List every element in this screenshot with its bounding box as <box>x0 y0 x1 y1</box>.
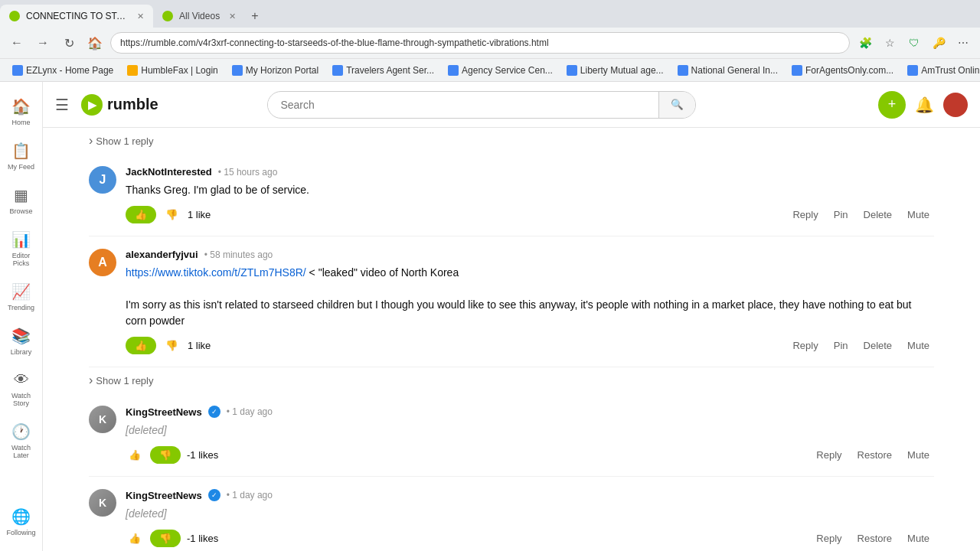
sidebar-item-myfeed[interactable]: 📋 My Feed <box>0 135 42 177</box>
dislike-button-king-2[interactable]: 👎 <box>150 530 181 547</box>
mute-button-king-1[interactable]: Mute <box>903 446 934 464</box>
verified-badge-1 <box>208 406 220 418</box>
mute-button-king-2[interactable]: Mute <box>903 530 934 547</box>
search-button[interactable]: 🔍 <box>658 91 695 119</box>
comment-header-alexander: alexanderfyjvui • 58 minutes ago <box>126 249 934 260</box>
dislike-button-alexander[interactable]: 👎 <box>162 337 181 354</box>
pin-button-alexander[interactable]: Pin <box>829 337 853 354</box>
bookmark-liberty[interactable]: Liberty Mutual age... <box>560 64 670 77</box>
new-tab-button[interactable]: + <box>245 9 264 23</box>
show-reply-2[interactable]: Show 1 reply <box>89 367 153 393</box>
like-button-jack[interactable]: 👍 <box>126 206 156 223</box>
restore-button-king-1[interactable]: Restore <box>853 446 897 464</box>
comment-kingstreetnews-1: K KingStreetNews • 1 day ago [deleted] 👍… <box>89 393 934 477</box>
bookmark-icon-agency <box>448 65 459 76</box>
logo-icon: ▶ <box>81 94 103 116</box>
header: ☰ ▶ rumble 🔍 + 🔔 <box>43 82 980 128</box>
search-input[interactable] <box>268 99 658 111</box>
sidebar-item-browse[interactable]: ▦ Browse <box>0 180 42 221</box>
back-button[interactable]: ← <box>6 32 28 54</box>
browser-menu-button[interactable]: ⋯ <box>952 32 974 54</box>
bookmark-ezlynx[interactable]: EZLynx - Home Page <box>6 64 119 77</box>
search-bar[interactable]: 🔍 <box>267 91 696 119</box>
thumbs-down-icon: 👎 <box>165 209 178 220</box>
comment-author-king-2: KingStreetNews <box>126 490 202 501</box>
main-content: ☰ ▶ rumble 🔍 + 🔔 Show 1 reply <box>43 82 980 551</box>
thumbs-down-icon-4: 👎 <box>159 533 172 544</box>
upload-button[interactable]: + <box>878 91 906 119</box>
user-avatar[interactable] <box>943 93 968 117</box>
comment-actions-king-2: 👍 👎 -1 likes Reply Restore Mute <box>126 530 934 547</box>
comment-body-king-1: KingStreetNews • 1 day ago [deleted] 👍 👎… <box>126 406 934 464</box>
comment-time-king-2: • 1 day ago <box>227 490 273 500</box>
password-button[interactable]: 🔑 <box>928 32 949 54</box>
extensions-button[interactable]: 🧩 <box>854 32 876 54</box>
address-bar[interactable]: https://rumble.com/v4r3xrf-connecting-to… <box>110 32 850 54</box>
logo[interactable]: ▶ rumble <box>81 94 158 116</box>
bookmark-national[interactable]: National General In... <box>671 64 784 77</box>
star-button[interactable]: ☆ <box>879 32 900 54</box>
comment-header-king-2: KingStreetNews • 1 day ago <box>126 489 934 501</box>
sidebar-item-watchstory[interactable]: 👁 Watch Story <box>0 365 42 413</box>
verified-badge-2 <box>208 489 220 501</box>
reply-button-jack[interactable]: Reply <box>788 206 822 223</box>
sidebar-item-home[interactable]: 🏠 Home <box>0 91 42 132</box>
like-button-king-1[interactable]: 👍 <box>126 446 144 464</box>
bookmark-travelers[interactable]: Travelers Agent Ser... <box>326 64 440 77</box>
bookmark-label-amtrust: AmTrust Online Log... <box>921 65 980 76</box>
sidebar-item-library[interactable]: 📚 Library <box>0 321 42 362</box>
sidebar-item-following[interactable]: 🌐 Following <box>0 501 42 543</box>
bookmark-icon-horizon <box>232 65 243 76</box>
dislike-button-king-1[interactable]: 👎 <box>150 446 181 464</box>
delete-button-jack[interactable]: Delete <box>859 206 897 223</box>
bookmark-icon-national <box>678 65 688 76</box>
bookmark-agency[interactable]: Agency Service Cen... <box>442 64 559 77</box>
like-count-king-1: -1 likes <box>187 449 218 461</box>
restore-button-king-2[interactable]: Restore <box>853 530 897 547</box>
home-nav-button[interactable]: 🏠 <box>84 32 106 54</box>
comment-header-king-1: KingStreetNews • 1 day ago <box>126 406 934 418</box>
sidebar-item-watchlater[interactable]: 🕐 Watch Later <box>0 416 42 465</box>
tiktok-link[interactable]: https://www.tiktok.com/t/ZTLm7HS8R/ <box>126 266 306 279</box>
avatar-jack: J <box>89 166 116 194</box>
sidebar-item-editorpicks[interactable]: 📊 Editor Picks <box>0 224 42 273</box>
reply-button-king-1[interactable]: Reply <box>812 446 846 464</box>
comment-time-alexander: • 58 minutes ago <box>204 249 273 260</box>
reload-button[interactable]: ↻ <box>58 32 80 54</box>
mute-button-jack[interactable]: Mute <box>903 206 934 223</box>
editorpicks-icon: 📊 <box>11 230 31 249</box>
like-button-king-2[interactable]: 👍 <box>126 530 144 547</box>
reply-button-king-2[interactable]: Reply <box>812 530 846 547</box>
comment-time-jack: • 15 hours ago <box>218 167 278 178</box>
comment-header-jack: JackNotInterested • 15 hours ago <box>126 166 934 178</box>
hamburger-menu[interactable]: ☰ <box>55 96 69 114</box>
reply-button-alexander[interactable]: Reply <box>788 337 822 354</box>
mute-button-alexander[interactable]: Mute <box>903 337 934 354</box>
shield-button[interactable]: 🛡 <box>903 32 925 54</box>
show-reply-1[interactable]: Show 1 reply <box>89 128 153 154</box>
comments-area: Show 1 reply J JackNotInterested • 15 ho… <box>43 128 980 551</box>
sidebar-label-following: Following <box>6 529 35 536</box>
sidebar: 🏠 Home 📋 My Feed ▦ Browse 📊 Editor Picks… <box>0 82 43 551</box>
tab-active[interactable]: CONNECTING TO STARSEEDS O... ✕ <box>0 5 153 28</box>
notification-bell[interactable]: 🔔 <box>915 96 934 114</box>
bookmark-foragents[interactable]: ForAgentsOnly.com... <box>786 64 900 77</box>
sidebar-item-trending[interactable]: 📈 Trending <box>0 276 42 318</box>
like-button-alexander[interactable]: 👍 <box>126 337 156 354</box>
bookmarks-bar: EZLynx - Home Page HumbleFax | Login My … <box>0 58 980 81</box>
delete-button-alexander[interactable]: Delete <box>859 337 897 354</box>
bookmark-label-agency: Agency Service Cen... <box>462 65 553 76</box>
bookmark-horizon[interactable]: My Horizon Portal <box>226 64 325 77</box>
browse-icon: ▦ <box>14 186 28 204</box>
forward-button[interactable]: → <box>32 32 54 54</box>
tab-2[interactable]: All Videos ✕ <box>153 5 245 28</box>
play-tab-icon <box>162 11 173 21</box>
library-icon: 📚 <box>11 327 31 345</box>
bookmark-amtrust[interactable]: AmTrust Online Log... <box>901 64 980 77</box>
dislike-button-jack[interactable]: 👎 <box>162 206 181 223</box>
pin-button-jack[interactable]: Pin <box>829 206 853 223</box>
tab-close-2[interactable]: ✕ <box>229 11 236 21</box>
comment-body-king-2: KingStreetNews • 1 day ago [deleted] 👍 👎… <box>126 489 934 547</box>
bookmark-humblefax[interactable]: HumbleFax | Login <box>121 64 224 77</box>
tab-close-1[interactable]: ✕ <box>137 11 144 21</box>
